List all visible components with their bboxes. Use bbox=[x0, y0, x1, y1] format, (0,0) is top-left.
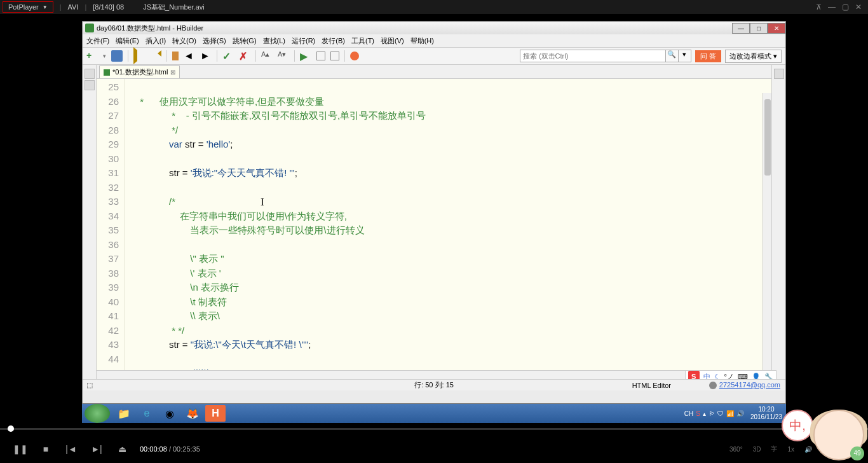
start-button[interactable] bbox=[85, 404, 110, 423]
validate-button[interactable]: ✓ bbox=[222, 50, 234, 62]
bookmark-prev[interactable]: ◄ bbox=[184, 50, 195, 62]
tab-label: *01.数据类型.html bbox=[112, 67, 168, 77]
menu-goto[interactable]: 跳转(G) bbox=[233, 36, 257, 46]
search-options[interactable]: ▾ bbox=[679, 50, 691, 62]
potplayer-titlebar: PotPlayer ▼ | AVI | [8/140] 08 JS基础_Numb… bbox=[0, 0, 868, 14]
window-minimize-button[interactable]: — bbox=[732, 23, 750, 34]
windows-taskbar[interactable]: 📁 e ◉ 🦊 H CH S ▴ 🏳 🛡 📶 🔊 10:202016/11/23 bbox=[82, 404, 786, 423]
next-button[interactable]: ►| bbox=[84, 436, 109, 462]
publish-button[interactable] bbox=[350, 52, 359, 60]
hbuilder-title-text: day06/01.数据类型.html - HBuilder bbox=[97, 24, 203, 33]
tray-shield-icon[interactable]: 🛡 bbox=[717, 410, 724, 417]
3d-button[interactable]: 3D bbox=[753, 446, 761, 453]
close-icon[interactable]: ✕ bbox=[855, 3, 862, 11]
menu-view[interactable]: 视图(V) bbox=[381, 36, 404, 46]
remove-button[interactable]: ✗ bbox=[239, 50, 250, 62]
video-format-label: AVI bbox=[67, 3, 78, 11]
tray-sogou-icon[interactable]: S bbox=[696, 410, 700, 417]
search-button[interactable]: 🔍 bbox=[666, 50, 679, 62]
menu-escape[interactable]: 转义(O) bbox=[172, 36, 196, 46]
live-preview-mode[interactable]: 边改边看模式 ▾ bbox=[725, 50, 782, 63]
device-button[interactable] bbox=[330, 52, 339, 60]
pin-icon[interactable]: ⊼ bbox=[816, 3, 822, 11]
ie-icon[interactable]: e bbox=[137, 405, 157, 422]
menu-edit[interactable]: 编辑(E) bbox=[116, 36, 139, 46]
bookmark-button[interactable] bbox=[172, 52, 179, 60]
code-editor[interactable]: 2526272829303132333435363738394041424344… bbox=[97, 79, 771, 370]
tray-lang[interactable]: CH bbox=[684, 410, 693, 417]
seek-bar[interactable] bbox=[0, 425, 868, 432]
preview-button[interactable] bbox=[316, 52, 325, 60]
menu-publish[interactable]: 发行(B) bbox=[322, 36, 345, 46]
vr-button[interactable]: 360° bbox=[729, 446, 743, 453]
tray-volume-icon[interactable]: 🔊 bbox=[736, 410, 744, 417]
bookmark-next[interactable]: ► bbox=[200, 50, 212, 62]
hbuilder-window: day06/01.数据类型.html - HBuilder — □ ✕ 文件(F… bbox=[82, 21, 786, 404]
forward-button[interactable] bbox=[150, 50, 161, 62]
font-smaller-button[interactable]: A▾ bbox=[278, 50, 289, 62]
chevron-down-icon: ▼ bbox=[43, 4, 48, 10]
vertical-scrollbar[interactable] bbox=[763, 93, 771, 370]
run-button[interactable]: ▶ bbox=[300, 50, 311, 62]
system-tray[interactable]: CH S ▴ 🏳 🛡 📶 🔊 10:202016/11/23 bbox=[684, 406, 786, 421]
menu-file[interactable]: 文件(F) bbox=[86, 36, 109, 46]
eject-button[interactable]: ⏏ bbox=[109, 436, 135, 462]
tray-chevron-icon[interactable]: ▴ bbox=[703, 410, 706, 417]
tray-network-icon[interactable]: 📶 bbox=[726, 410, 734, 417]
text-cursor-icon: I bbox=[261, 196, 264, 209]
tab-close-icon[interactable]: ⊠ bbox=[170, 69, 175, 76]
back-button[interactable] bbox=[133, 50, 145, 62]
project-panel-icon[interactable] bbox=[85, 69, 95, 79]
maximize-icon[interactable]: ▢ bbox=[842, 3, 849, 11]
hbuilder-app-icon bbox=[85, 24, 94, 32]
prev-button[interactable]: |◄ bbox=[58, 436, 84, 462]
horizontal-scrollbar[interactable] bbox=[97, 370, 771, 379]
ime-bubble[interactable]: 中, bbox=[782, 410, 813, 441]
menu-insert[interactable]: 插入(I) bbox=[146, 36, 166, 46]
tray-flag-icon[interactable]: 🏳 bbox=[709, 410, 715, 417]
menu-help[interactable]: 帮助(H) bbox=[410, 36, 434, 46]
hbuilder-menubar: 文件(F) 编辑(E) 插入(I) 转义(O) 选择(S) 跳转(G) 查找(L… bbox=[83, 34, 785, 47]
left-sidebar[interactable] bbox=[83, 65, 97, 379]
menu-select[interactable]: 选择(S) bbox=[203, 36, 226, 46]
explorer-icon[interactable]: 📁 bbox=[114, 405, 134, 422]
window-maximize-button[interactable]: □ bbox=[750, 23, 768, 34]
assistant-overlay[interactable]: 中, 49 bbox=[782, 403, 864, 460]
window-close-button[interactable]: ✕ bbox=[768, 23, 785, 34]
editor-type: HTML Editor bbox=[632, 382, 671, 389]
right-sidebar[interactable] bbox=[771, 65, 785, 379]
menu-find[interactable]: 查找(L) bbox=[263, 36, 285, 46]
new-file-button[interactable]: + bbox=[86, 50, 98, 62]
chrome-icon[interactable]: ◉ bbox=[159, 405, 180, 422]
potplayer-controls: ❚❚ ■ |◄ ►| ⏏ 00:00:08 / 00:25:35 360° 3D… bbox=[0, 435, 868, 463]
menu-run[interactable]: 运行(R) bbox=[292, 36, 315, 46]
status-icon[interactable]: ⬚ bbox=[86, 381, 93, 389]
cursor-position: 行: 50 列: 15 bbox=[414, 380, 454, 390]
playlist-position: [8/140] 08 bbox=[93, 3, 124, 11]
search-input[interactable] bbox=[520, 50, 666, 62]
scrollbar-thumb[interactable] bbox=[764, 99, 771, 176]
ask-button[interactable]: 问 答 bbox=[695, 50, 721, 62]
potplayer-menu-button[interactable]: PotPlayer ▼ bbox=[3, 1, 53, 13]
tab-active[interactable]: *01.数据类型.html ⊠ bbox=[99, 66, 180, 78]
menu-tools[interactable]: 工具(T) bbox=[351, 36, 374, 46]
video-filename: JS基础_Number.avi bbox=[143, 3, 205, 12]
time-display: 00:00:08 / 00:25:35 bbox=[140, 445, 200, 453]
stop-button[interactable]: ■ bbox=[33, 436, 58, 462]
user-account-link[interactable]: 27254174@qq.com bbox=[709, 381, 780, 389]
firefox-icon[interactable]: 🦊 bbox=[182, 405, 203, 422]
potplayer-menu-label: PotPlayer bbox=[8, 3, 39, 11]
preview-panel-icon[interactable] bbox=[774, 69, 784, 79]
taskbar-clock[interactable]: 10:202016/11/23 bbox=[750, 406, 782, 421]
minimize-icon[interactable]: — bbox=[828, 3, 836, 11]
notification-badge[interactable]: 49 bbox=[850, 446, 864, 460]
font-larger-button[interactable]: A▴ bbox=[261, 50, 273, 62]
hbuilder-task-icon[interactable]: H bbox=[205, 405, 226, 422]
pause-button[interactable]: ❚❚ bbox=[8, 436, 33, 462]
seek-knob[interactable] bbox=[8, 425, 14, 432]
hbuilder-titlebar[interactable]: day06/01.数据类型.html - HBuilder — □ ✕ bbox=[83, 22, 785, 34]
outline-panel-icon[interactable] bbox=[85, 80, 95, 90]
code-content[interactable]: * 使用汉字可以做字符串,但是不要做变量 * - 引号不能嵌套,双引号不能放双引… bbox=[125, 79, 771, 370]
subtitle-button[interactable]: 字 bbox=[771, 445, 777, 453]
save-button[interactable] bbox=[111, 50, 123, 62]
